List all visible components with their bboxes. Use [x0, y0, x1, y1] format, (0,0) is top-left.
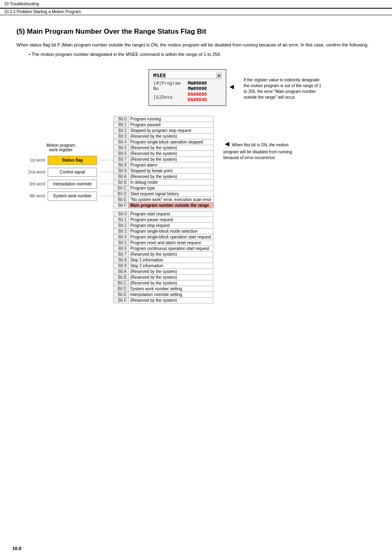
- bit-label: Bit 5: [114, 145, 129, 151]
- bit-desc: Program type: [129, 185, 214, 191]
- bit-desc: (Reserved by the system): [129, 145, 214, 151]
- connector-1: [101, 166, 113, 178]
- bit-label: Bit B: [114, 275, 129, 280]
- bullet-point: • The motion program number designated i…: [29, 51, 376, 58]
- arrow-note: If the register value to indirectly desi…: [244, 77, 326, 100]
- table-row: Bit 2Program stop request: [114, 223, 213, 229]
- word-box-3: System work number: [48, 192, 97, 201]
- table-row: Bit 7(Reserved by the system): [114, 252, 213, 257]
- table-row: Bit DStart request signal history: [114, 191, 214, 197]
- bit-label: Bit 0: [114, 211, 129, 217]
- dashed-line-2: [101, 184, 113, 184]
- bit-label: Bit 6: [114, 246, 129, 252]
- table-row: Bit 7(Reserved by the system): [114, 157, 214, 162]
- bit-desc: Interpolation override setting: [129, 292, 213, 298]
- description: When status flag bit F (Main program num…: [16, 42, 376, 49]
- table-row: Bit 5Program reset and alarm reset reque…: [114, 240, 213, 246]
- bit-label: Bit B: [114, 180, 129, 185]
- connector-0: [101, 155, 113, 166]
- msee-icon[interactable]: ⊠: [217, 73, 221, 78]
- bit-label: Bit 2: [114, 223, 129, 229]
- bit-desc: Main program number outside the range: [129, 203, 214, 208]
- bit-label: Bit 3: [114, 134, 129, 139]
- bit-tables-area: Bit 0Program runningBit 1Program pausedB…: [113, 116, 214, 303]
- msee-val-da2: DA#0040: [188, 97, 207, 102]
- bit-label: Bit E: [114, 197, 129, 203]
- table-row: Bit 9Stopped by break point: [114, 168, 214, 174]
- table-row: Bit FMain program number outside the ran…: [114, 203, 214, 208]
- bit-desc: "No system work" error, execution scan e…: [129, 197, 214, 203]
- arrow-icon: ◄: [228, 83, 235, 91]
- bit-label: Bit 9: [114, 168, 129, 174]
- bit-label: Bit 4: [114, 234, 129, 240]
- msee-title-text: MSEE: [153, 72, 166, 79]
- msee-box: MSEE ⊠ [#]Program No MW#0000 MW#0000 [&]…: [148, 69, 226, 106]
- bit-desc: Stopped by break point: [129, 168, 214, 174]
- bit-label: Bit A: [114, 174, 129, 180]
- table-row: Bit 3(Reserved by the system): [114, 134, 214, 139]
- status-bit-table: Bit 0Program runningBit 1Program pausedB…: [113, 116, 214, 208]
- bit-desc: Program single-block operation stopped: [129, 139, 214, 145]
- bit-label: Bit 4: [114, 139, 129, 145]
- word-labels-area: Motion program work register 1st wordSta…: [25, 143, 97, 202]
- sub-header: 10.2.2 Problem Starting a Motion Program: [4, 9, 81, 14]
- table-row: Bit F(Reserved by the system): [114, 298, 213, 303]
- dashed-line-0: [101, 160, 113, 160]
- bit-desc: (Reserved by the system): [129, 269, 213, 275]
- table-row: Bit EInterpolation override setting: [114, 292, 213, 298]
- bit-label: Bit C: [114, 280, 129, 286]
- bit-desc: (Reserved by the system): [129, 298, 213, 303]
- bit-label: Bit 1: [114, 122, 129, 128]
- table-row: Bit 8Program alarm: [114, 162, 214, 168]
- table-row: Bit 1Program paused: [114, 122, 214, 128]
- page-title: (5) Main Program Number Over the Range S…: [16, 28, 376, 36]
- bit-label: Bit 0: [114, 116, 129, 122]
- right-note: ◄ When this bit is ON, the motion progra…: [224, 139, 297, 161]
- bit-label: Bit F: [114, 298, 129, 303]
- word-row-2: 3rd wordInterpolation override: [25, 178, 97, 190]
- bit-label: Bit 8: [114, 162, 129, 168]
- bit-desc: In debug mode: [129, 180, 214, 185]
- connector-3: [101, 190, 113, 201]
- table-row: Bit 0Program running: [114, 116, 214, 122]
- table-row: Bit 5(Reserved by the system): [114, 145, 214, 151]
- page-footer: 10-8: [12, 546, 21, 551]
- word-row-1: 2nd wordControl signal: [25, 166, 97, 178]
- table-row: Bit B(Reserved by the system): [114, 275, 213, 280]
- table-row: Bit C(Reserved by the system): [114, 280, 213, 286]
- connector-2: [101, 178, 113, 190]
- bit-desc: Program single-block mode selection: [129, 229, 213, 234]
- bit-desc: (Reserved by the system): [129, 134, 214, 139]
- table-row: Bit 6Program continuous operation start …: [114, 246, 213, 252]
- register-label-line2: work register: [49, 148, 72, 152]
- bit-label: Bit 2: [114, 128, 129, 134]
- table-row: Bit 2Stopped by program stop request: [114, 128, 214, 134]
- table-row: Bit BIn debug mode: [114, 180, 214, 185]
- msee-val-da1: DA#0000: [188, 92, 207, 97]
- bit-desc: Program running: [129, 116, 214, 122]
- msee-row-data: [&]Data DA#0000 DA#0040: [153, 92, 221, 102]
- connector-lines: [101, 143, 113, 202]
- table-row: Bit A(Reserved by the system): [114, 269, 213, 275]
- table-row: Bit A(Reserved by the system): [114, 174, 214, 180]
- table-row: Bit 9Skip 2 information: [114, 263, 213, 269]
- bit-desc: Program stop request: [129, 223, 213, 229]
- bit-label: Bit 3: [114, 229, 129, 234]
- bit-label: Bit 6: [114, 151, 129, 157]
- word-num-1: 2nd word: [25, 170, 45, 174]
- word-rows: 1st wordStatus flag2nd wordControl signa…: [25, 155, 97, 202]
- msee-val-mw1: MW#0000: [188, 81, 207, 86]
- right-note-text: When this bit is ON, the motion program …: [224, 143, 292, 160]
- dashed-line-1: [101, 172, 113, 172]
- bit-desc: Program alarm: [129, 162, 214, 168]
- msee-val-mw2: MW#0000: [188, 86, 207, 91]
- word-box-1: Control signal: [48, 168, 97, 177]
- bit-label: Bit 5: [114, 240, 129, 246]
- right-arrow-icon: ◄: [224, 140, 231, 148]
- register-label-line1: Motion program: [46, 143, 75, 148]
- table-row: Bit 8Skip 1 information: [114, 257, 213, 263]
- word-row-0: 1st wordStatus flag: [25, 155, 97, 166]
- msee-diagram-area: MSEE ⊠ [#]Program No MW#0000 MW#0000 [&]…: [16, 65, 376, 106]
- register-diagram: Motion program work register 1st wordSta…: [25, 116, 376, 303]
- section-header: 10 Troubleshooting: [4, 2, 39, 6]
